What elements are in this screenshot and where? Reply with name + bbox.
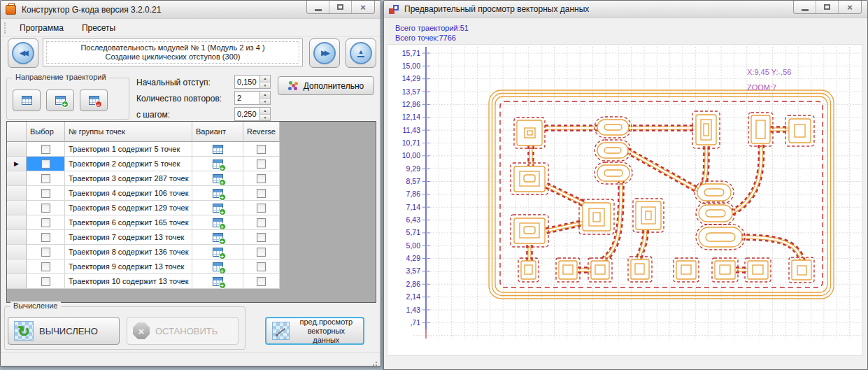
reverse-checkbox[interactable] [257, 145, 266, 154]
reverse-checkbox[interactable] [257, 233, 266, 242]
preview-vector-data-button[interactable]: пред.просмотр векторных данных [265, 317, 364, 345]
direction-table-add-button[interactable]: + [46, 90, 74, 111]
start-offset-spinner[interactable]: 0,150 ▲▼ [234, 75, 271, 89]
vector-plot-canvas[interactable]: X:9,45 Y:-,56 ZOOM:7 15,7115,0014,2913,5… [387, 44, 863, 356]
step-label: с шагом: [136, 110, 170, 120]
computed-button[interactable]: ↻ ВЫЧИСЛЕНО [8, 317, 120, 345]
direction-table-button[interactable] [13, 90, 41, 111]
trajectory-label: Траектория 8 содержит 136 точек [65, 245, 192, 259]
header-select[interactable]: Выбор [27, 122, 65, 142]
minimize-button[interactable] [307, 1, 329, 13]
y-axis-label: 5,71 [406, 228, 421, 236]
header-point-group[interactable]: № группы точек [65, 122, 192, 142]
select-checkbox[interactable] [41, 262, 50, 271]
menu-program[interactable]: Программа [10, 20, 73, 36]
table-row[interactable]: ▶ Траектория 10 содержит 13 точек + [7, 274, 376, 289]
select-checkbox[interactable] [41, 174, 50, 183]
vector-preview-window: Предварительный просмотр векторных данны… [383, 0, 868, 370]
reverse-checkbox[interactable] [257, 189, 266, 198]
table-row[interactable]: ▶ Траектория 2 содержит 5 точек + [7, 157, 376, 171]
table-row[interactable]: ▶ Траектория 5 содержит 129 точек + [7, 201, 376, 215]
repeat-count-spinner[interactable]: 2 ▲▼ [234, 91, 271, 105]
gcode-constructor-window: Конструктор G-кода версия 3.2.0.21 × Про… [0, 0, 381, 367]
variant-icon[interactable]: + [213, 218, 223, 227]
reverse-checkbox[interactable] [257, 262, 266, 271]
maximize-button[interactable] [816, 1, 839, 13]
variant-icon[interactable]: + [213, 174, 223, 183]
minimize-icon [802, 9, 809, 11]
header-variant[interactable]: Вариант [192, 122, 243, 142]
close-button[interactable]: × [352, 1, 374, 13]
left-window-title: Конструктор G-кода версия 3.2.0.21 [22, 5, 161, 15]
variant-icon[interactable]: + [213, 189, 223, 198]
left-titlebar[interactable]: Конструктор G-кода версия 3.2.0.21 × [1, 1, 380, 19]
select-checkbox[interactable] [41, 189, 50, 198]
table-row[interactable]: ▶ Траектория 8 содержит 136 точек + [7, 245, 376, 259]
double-right-chevron-icon: ▶▶ [313, 42, 336, 64]
direction-group-label: Направление траекторий [13, 73, 109, 81]
select-checkbox[interactable] [41, 277, 50, 286]
y-axis-label: 13,57 [402, 87, 420, 96]
step-spinner[interactable]: 0,250 ▲▼ [234, 107, 271, 121]
reverse-checkbox[interactable] [257, 174, 266, 183]
table-row[interactable]: ▶ Траектория 4 содержит 106 точек + [7, 186, 376, 201]
table-row[interactable]: ▶ Траектория 9 содержит 13 точек + [7, 259, 376, 274]
variant-icon[interactable]: + [213, 248, 223, 257]
row-selector-header[interactable] [7, 122, 27, 142]
variant-icon[interactable]: + [213, 145, 223, 154]
select-checkbox[interactable] [41, 145, 50, 154]
variant-icon[interactable]: + [213, 277, 223, 286]
spin-down-icon[interactable]: ▼ [260, 115, 270, 121]
y-axis-label: 8,57 [406, 177, 421, 185]
header-reverse[interactable]: Reverse [243, 122, 280, 142]
spin-up-icon[interactable]: ▲ [260, 76, 270, 83]
spin-down-icon[interactable]: ▼ [260, 99, 270, 105]
select-checkbox[interactable] [41, 204, 50, 213]
y-axis-label: 11,43 [403, 126, 421, 134]
trajectory-label: Траектория 2 содержит 5 точек [65, 157, 192, 171]
variant-icon[interactable]: + [213, 233, 223, 242]
spin-down-icon[interactable]: ▼ [260, 83, 270, 89]
menu-presets[interactable]: Пресеты [73, 20, 124, 36]
table-row[interactable]: ▶ Траектория 6 содержит 165 точек + [7, 215, 376, 230]
reverse-checkbox[interactable] [257, 159, 266, 169]
spin-up-icon[interactable]: ▲ [260, 92, 270, 99]
reverse-checkbox[interactable] [257, 218, 266, 227]
eject-button[interactable]: ▲ [346, 38, 376, 68]
minimize-button[interactable] [794, 1, 816, 13]
reverse-checkbox[interactable] [257, 204, 266, 213]
table-row[interactable]: ▶ Траектория 1 содержит 5 точек + [7, 142, 376, 157]
next-module-button[interactable]: ▶▶ [309, 38, 340, 68]
maximize-button[interactable] [329, 1, 352, 13]
y-axis-label: 5,00 [406, 241, 421, 250]
double-left-chevron-icon: ◀◀ [12, 42, 34, 64]
module-sequence-line2: Создание циклических отступов (300) [105, 52, 240, 62]
select-checkbox[interactable] [41, 218, 50, 227]
select-checkbox[interactable] [41, 233, 50, 242]
start-offset-value: 0,150 [235, 76, 259, 88]
reverse-checkbox[interactable] [257, 277, 266, 286]
additional-button[interactable]: Дополнительно [278, 76, 374, 95]
spin-up-icon[interactable]: ▲ [260, 108, 270, 115]
select-checkbox[interactable] [41, 159, 50, 169]
close-button[interactable]: × [839, 1, 861, 13]
select-checkbox[interactable] [41, 248, 50, 257]
right-titlebar[interactable]: Предварительный просмотр векторных данны… [384, 1, 867, 18]
pads [511, 111, 814, 283]
variant-icon[interactable]: + [213, 159, 223, 169]
y-axis-label: 12,14 [402, 113, 420, 121]
table-remove-icon: − [89, 96, 99, 105]
trajectory-label: Траектория 5 содержит 129 точек [65, 201, 192, 215]
stop-button[interactable]: × ОСТАНОВИТЬ [127, 317, 239, 345]
variant-icon[interactable]: + [213, 204, 223, 213]
prev-module-button[interactable]: ◀◀ [8, 38, 38, 68]
resize-grip[interactable] [376, 362, 377, 363]
direction-table-remove-button[interactable]: − [80, 90, 108, 111]
table-icon [22, 96, 32, 105]
table-row[interactable]: ▶ Траектория 7 содержит 13 точек + [7, 230, 376, 245]
additional-button-label: Дополнительно [304, 81, 364, 91]
table-row[interactable]: ▶ Траектория 3 содержит 287 точек + [7, 171, 376, 186]
variant-icon[interactable]: + [213, 262, 223, 271]
reverse-checkbox[interactable] [257, 248, 266, 257]
statistics-block: Всего траекторий:51 Всего точек:7766 [395, 23, 469, 43]
